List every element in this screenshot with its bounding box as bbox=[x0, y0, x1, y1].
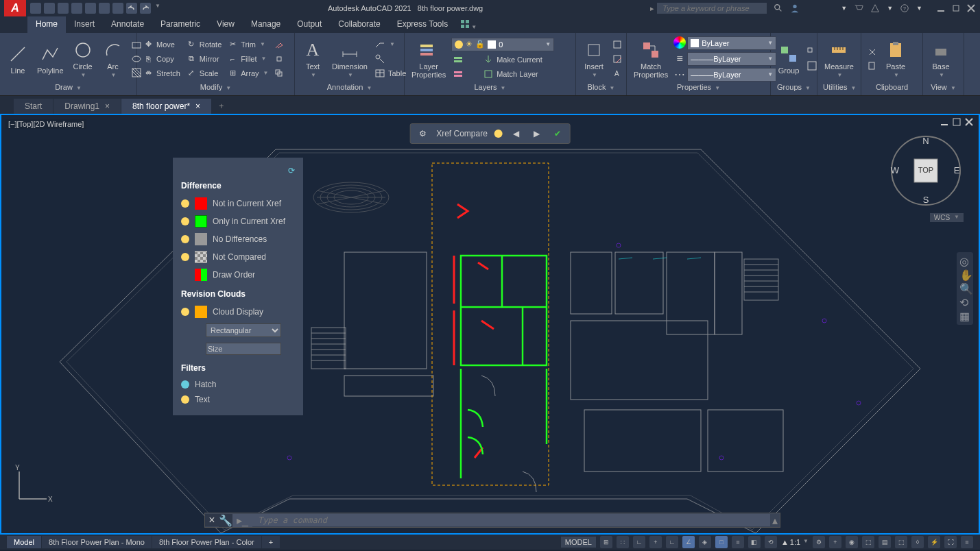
linetype-combo[interactable]: ———ByLayer▼ bbox=[687, 68, 776, 82]
panel-annotation-label[interactable]: Annotation ▼ bbox=[299, 82, 400, 93]
group-button[interactable]: Group bbox=[775, 42, 802, 76]
file-tab-active[interactable]: 8th floor power*× bbox=[121, 99, 211, 114]
layout-tab-mono[interactable]: 8th Floor Power Plan - Mono bbox=[42, 536, 152, 548]
bulb-icon[interactable] bbox=[494, 130, 503, 138]
cut-icon[interactable] bbox=[865, 46, 879, 58]
customize-status-icon[interactable]: ≡ bbox=[961, 536, 973, 548]
panel-utilities-label[interactable]: Utilities ▼ bbox=[822, 82, 857, 93]
minimize-icon[interactable] bbox=[936, 3, 946, 13]
search-input[interactable] bbox=[657, 3, 767, 14]
clean-screen-icon[interactable]: ⛶ bbox=[944, 536, 957, 548]
leader-icon[interactable]: ▼ bbox=[373, 38, 407, 51]
qat-dropdown-icon[interactable]: ▼ bbox=[155, 3, 160, 14]
mirror-button[interactable]: ⧉Mirror bbox=[184, 53, 223, 65]
tab-view[interactable]: View bbox=[208, 16, 243, 33]
lock-ui-icon[interactable]: ⬚ bbox=[895, 536, 907, 548]
annotation-monitor-icon[interactable]: ◉ bbox=[846, 536, 858, 548]
new-tab-button[interactable]: + bbox=[212, 99, 230, 114]
fillet-button[interactable]: ⌐Fillet▼ bbox=[226, 53, 270, 65]
infer-icon[interactable]: ∟ bbox=[633, 536, 645, 548]
cloud-size-input[interactable] bbox=[206, 343, 281, 355]
user-icon[interactable] bbox=[790, 3, 800, 13]
close-icon[interactable] bbox=[966, 3, 976, 13]
tab-insert[interactable]: Insert bbox=[66, 16, 103, 33]
tab-output[interactable]: Output bbox=[289, 16, 330, 33]
layout-tab-model[interactable]: Model bbox=[7, 536, 41, 548]
tab-parametric[interactable]: Parametric bbox=[152, 16, 208, 33]
new-icon[interactable] bbox=[30, 3, 41, 14]
panel-modify-label[interactable]: Modify ▼ bbox=[141, 82, 290, 93]
next-diff-button[interactable]: ▶ bbox=[530, 127, 544, 140]
web-open-icon[interactable] bbox=[85, 3, 96, 14]
edit-block-icon[interactable] bbox=[610, 53, 624, 65]
cycling-icon[interactable]: ⟲ bbox=[765, 536, 777, 548]
close-tab-icon[interactable]: × bbox=[105, 101, 110, 111]
help-icon[interactable]: ? bbox=[900, 3, 909, 13]
search-icon[interactable] bbox=[774, 3, 783, 13]
arc-button[interactable]: Arc▼ bbox=[99, 38, 127, 79]
hw-accel-icon[interactable]: ⚡ bbox=[928, 536, 940, 548]
create-block-icon[interactable] bbox=[610, 38, 624, 51]
dropdown3-icon[interactable]: ▼ bbox=[916, 5, 922, 12]
cmd-close-icon[interactable]: × bbox=[205, 514, 219, 526]
paste-button[interactable]: Paste▼ bbox=[882, 38, 909, 79]
bulb-icon[interactable] bbox=[181, 199, 189, 208]
dropdown2-icon[interactable]: ▼ bbox=[887, 5, 893, 12]
save-icon[interactable] bbox=[58, 3, 69, 14]
ungroup-icon[interactable] bbox=[805, 46, 819, 58]
measure-button[interactable]: Measure▼ bbox=[822, 38, 857, 79]
web-save-icon[interactable] bbox=[99, 3, 110, 14]
viewport-restore-icon[interactable] bbox=[953, 118, 961, 126]
group-edit-icon[interactable] bbox=[805, 60, 819, 72]
panel-layers-label[interactable]: Layers ▼ bbox=[409, 82, 571, 93]
quick-props-icon[interactable]: ▤ bbox=[879, 536, 891, 548]
color-swatch-checker[interactable] bbox=[195, 251, 207, 263]
app-logo[interactable]: A bbox=[4, 0, 26, 16]
color-swatch-gray[interactable] bbox=[195, 233, 207, 245]
autodesk-icon[interactable] bbox=[870, 3, 880, 13]
bulb-icon[interactable] bbox=[181, 308, 189, 316]
cmd-customize-icon[interactable]: 🔧 bbox=[219, 514, 232, 527]
polyline-button[interactable]: Polyline bbox=[34, 42, 67, 76]
tab-manage[interactable]: Manage bbox=[243, 16, 289, 33]
bulb-icon[interactable] bbox=[181, 217, 189, 225]
scale-button[interactable]: ⤢Scale bbox=[184, 67, 223, 79]
attr-edit-icon[interactable]: A bbox=[610, 67, 624, 79]
panel-draw-label[interactable]: Draw ▼ bbox=[4, 82, 132, 93]
bulb-icon[interactable] bbox=[181, 395, 189, 404]
cloud-shape-select[interactable]: Rectangular bbox=[206, 323, 281, 337]
dynamic-input-icon[interactable]: + bbox=[649, 536, 662, 548]
viewport-minimize-icon[interactable] bbox=[940, 118, 948, 126]
tab-featured[interactable]: ▼ bbox=[456, 16, 481, 33]
tab-collaborate[interactable]: Collaborate bbox=[330, 16, 388, 33]
polar-icon[interactable]: ∠ bbox=[682, 536, 695, 548]
tab-home[interactable]: Home bbox=[27, 16, 66, 33]
mleader-icon[interactable] bbox=[373, 53, 407, 65]
open-icon[interactable] bbox=[44, 3, 55, 14]
color-swatch-green[interactable] bbox=[195, 215, 207, 228]
layout-tab-add[interactable]: + bbox=[262, 536, 280, 548]
saveas-icon[interactable] bbox=[71, 3, 82, 14]
color-swatch-split[interactable] bbox=[195, 269, 207, 281]
file-tab-drawing1[interactable]: Drawing1× bbox=[53, 99, 121, 114]
panel-view-label[interactable]: View ▼ bbox=[927, 82, 959, 93]
showmotion-icon[interactable]: ▦ bbox=[959, 310, 972, 322]
bulb-icon[interactable] bbox=[181, 253, 189, 261]
annoscale-button[interactable]: ▲1:1▼ bbox=[781, 538, 809, 546]
accept-button[interactable]: ✔ bbox=[551, 127, 564, 140]
close-tab-icon[interactable]: × bbox=[195, 101, 200, 111]
insert-button[interactable]: Insert▼ bbox=[580, 38, 608, 79]
panel-groups-label[interactable]: Groups ▼ bbox=[775, 82, 813, 93]
dropdown-icon[interactable]: ▼ bbox=[841, 5, 847, 12]
pan-icon[interactable]: ✋ bbox=[959, 269, 972, 281]
orbit-icon[interactable]: ⟲ bbox=[959, 296, 972, 308]
viewcube[interactable]: TOP N S E W WCS▼ bbox=[888, 133, 964, 208]
viewport-close-icon[interactable] bbox=[965, 118, 973, 126]
color-wheel-icon[interactable] bbox=[673, 36, 686, 49]
undo-icon[interactable] bbox=[126, 3, 137, 14]
command-input[interactable] bbox=[252, 514, 770, 526]
plot-icon[interactable] bbox=[112, 3, 123, 14]
bulb-icon[interactable] bbox=[181, 235, 189, 243]
match-properties-button[interactable]: Match Properties bbox=[631, 38, 671, 80]
osnap-icon[interactable]: □ bbox=[715, 536, 728, 548]
